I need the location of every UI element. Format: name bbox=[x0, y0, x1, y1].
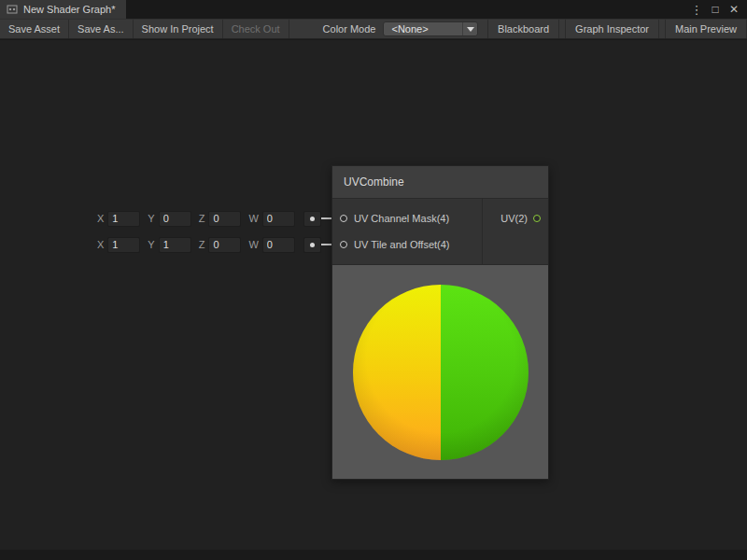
y-label: Y bbox=[148, 239, 154, 250]
output-port-label: UV(2) bbox=[500, 213, 528, 224]
w-label: W bbox=[248, 239, 258, 250]
vector4-slot-row-uv-tile-offset: X Y Z W bbox=[97, 236, 321, 253]
save-as-button[interactable]: Save As... bbox=[69, 20, 134, 38]
y-field[interactable] bbox=[159, 237, 191, 253]
node-preview bbox=[332, 264, 548, 479]
node-title: UVCombine bbox=[344, 175, 404, 189]
blackboard-toggle-button[interactable]: Blackboard bbox=[487, 20, 559, 38]
tab-new-shader-graph[interactable]: New Shader Graph* bbox=[0, 0, 126, 19]
toolbar: Save Asset Save As... Show In Project Ch… bbox=[0, 19, 747, 39]
node-uvcombine[interactable]: UVCombine UV Channel Mask(4) UV Tile and… bbox=[331, 165, 549, 480]
main-preview-toggle-button[interactable]: Main Preview bbox=[665, 20, 747, 38]
x-field[interactable] bbox=[107, 211, 140, 227]
chevron-down-icon bbox=[467, 27, 474, 32]
shader-graph-window: New Shader Graph* ⋮ □ ✕ Save Asset Save … bbox=[0, 0, 747, 560]
x-label: X bbox=[97, 213, 104, 224]
window-controls: ⋮ □ ✕ bbox=[687, 0, 747, 19]
x-label: X bbox=[97, 239, 104, 250]
kebab-menu-icon[interactable]: ⋮ bbox=[687, 3, 706, 17]
graph-canvas[interactable]: X Y Z W X Y Z W UVCombine bbox=[0, 40, 747, 560]
z-field[interactable] bbox=[208, 211, 241, 227]
sphere-left-half bbox=[353, 285, 441, 460]
graph-inspector-toggle-button[interactable]: Graph Inspector bbox=[565, 20, 659, 38]
node-header[interactable]: UVCombine bbox=[332, 166, 548, 199]
tab-title: New Shader Graph* bbox=[23, 4, 115, 15]
preview-sphere bbox=[353, 285, 529, 460]
z-label: Z bbox=[199, 213, 205, 224]
node-inputs: UV Channel Mask(4) UV Tile and Offset(4) bbox=[332, 199, 482, 264]
y-field[interactable] bbox=[159, 211, 191, 227]
input-port-icon[interactable] bbox=[340, 215, 347, 222]
show-in-project-button[interactable]: Show In Project bbox=[134, 20, 223, 38]
z-field[interactable] bbox=[208, 237, 241, 253]
dropdown-arrow-zone bbox=[462, 22, 477, 35]
input-port-label: UV Tile and Offset(4) bbox=[354, 239, 450, 250]
input-port-row: UV Tile and Offset(4) bbox=[332, 231, 482, 258]
connector-dot-icon bbox=[310, 243, 315, 247]
slot-connector-port[interactable] bbox=[303, 211, 321, 227]
color-mode-dropdown[interactable]: <None> bbox=[383, 21, 478, 36]
output-port-icon[interactable] bbox=[533, 215, 541, 222]
close-icon[interactable]: ✕ bbox=[725, 3, 743, 16]
z-label: Z bbox=[199, 239, 205, 250]
input-port-row: UV Channel Mask(4) bbox=[332, 205, 482, 231]
input-port-icon[interactable] bbox=[340, 241, 347, 248]
node-outputs: UV(2) bbox=[482, 199, 548, 264]
w-field[interactable] bbox=[262, 211, 295, 227]
node-ports: UV Channel Mask(4) UV Tile and Offset(4)… bbox=[332, 199, 548, 264]
shader-graph-icon bbox=[7, 4, 18, 15]
output-port-row: UV(2) bbox=[483, 205, 548, 231]
color-mode-label: Color Mode bbox=[316, 20, 384, 38]
vector4-slot-row-uv-channel-mask: X Y Z W bbox=[97, 210, 321, 227]
input-port-label: UV Channel Mask(4) bbox=[354, 213, 449, 224]
y-label: Y bbox=[148, 213, 154, 224]
w-label: W bbox=[248, 213, 258, 224]
w-field[interactable] bbox=[262, 237, 295, 253]
slot-connector-port[interactable] bbox=[303, 237, 321, 253]
sphere-right-half bbox=[441, 285, 529, 460]
color-mode-value: <None> bbox=[384, 22, 462, 35]
maximize-icon[interactable]: □ bbox=[706, 3, 725, 16]
connector-dot-icon bbox=[310, 217, 315, 221]
toolbar-right-group: Blackboard Graph Inspector Main Preview bbox=[482, 20, 747, 38]
tab-bar: New Shader Graph* ⋮ □ ✕ bbox=[0, 0, 747, 19]
check-out-button[interactable]: Check Out bbox=[223, 20, 289, 38]
x-field[interactable] bbox=[107, 237, 140, 253]
save-asset-button[interactable]: Save Asset bbox=[0, 20, 69, 38]
bottom-strip bbox=[0, 550, 747, 560]
